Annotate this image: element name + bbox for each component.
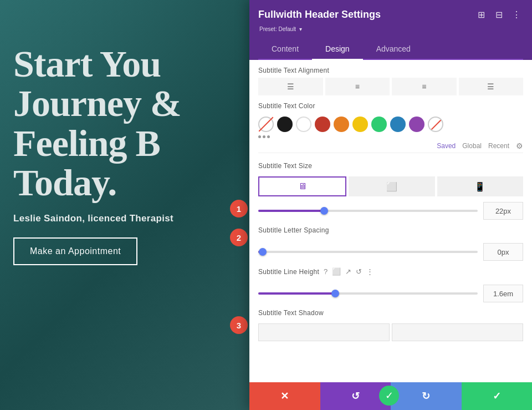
line-height-slider-track[interactable]	[258, 292, 478, 295]
bottom-circle[interactable]: ✓	[379, 386, 399, 406]
global-label[interactable]: Global	[462, 142, 482, 150]
line-height-fill	[258, 292, 335, 295]
reset-icon[interactable]: ↺	[356, 267, 362, 276]
device-tabs: 🖥 ⬜ 📱	[258, 176, 523, 196]
cta-button[interactable]: Make an Appointment	[13, 237, 137, 265]
cursor-icon[interactable]: ↗	[345, 267, 351, 276]
panel-header: Fullwidth Header Settings ⊞ ⊟ ⋮ Preset: …	[249, 0, 532, 60]
panel-title: Fullwidth Header Settings	[258, 9, 381, 21]
color-black[interactable]	[277, 117, 293, 132]
help-icon[interactable]: ?	[324, 267, 328, 276]
letter-spacing-thumb[interactable]	[259, 248, 267, 256]
color-green[interactable]	[371, 117, 387, 132]
saved-row: Saved Global Recent ⚙	[258, 141, 523, 150]
letter-spacing-slider-row: 0px	[258, 243, 523, 261]
dot-1	[258, 135, 261, 138]
color-red[interactable]	[315, 117, 330, 132]
color-purple[interactable]	[409, 117, 424, 132]
subtitle-alignment-label: Subtitle Text Alignment	[258, 60, 523, 78]
align-right[interactable]: ≡	[392, 78, 457, 95]
align-center[interactable]: ≡	[325, 78, 390, 95]
color-blue[interactable]	[390, 117, 406, 132]
device-desktop[interactable]: 🖥	[258, 176, 346, 196]
text-shadow-input-2[interactable]	[392, 323, 523, 341]
grid-icon[interactable]: ⊟	[492, 8, 505, 21]
step-3: 3	[230, 316, 248, 334]
tab-content[interactable]: Content	[258, 39, 312, 60]
color-dots	[258, 135, 523, 138]
device-mobile[interactable]: 📱	[437, 176, 523, 196]
alignment-buttons: ☰ ≡ ≡ ☰	[258, 78, 523, 95]
subtitle-letter-spacing-label: Subtitle Letter Spacing	[258, 220, 523, 237]
preset-label[interactable]: Preset: Default ▾	[258, 25, 302, 33]
text-size-slider-fill	[258, 210, 324, 212]
recent-label[interactable]: Recent	[488, 142, 509, 150]
expand-icon[interactable]: ⊞	[474, 8, 488, 21]
dot-2	[263, 135, 265, 138]
text-size-slider-track[interactable]	[258, 210, 478, 212]
preset-arrow: ▾	[299, 26, 302, 32]
letter-spacing-slider-track[interactable]	[258, 251, 478, 253]
color-swatches	[258, 117, 523, 132]
link-icon[interactable]: ⬜	[332, 267, 341, 276]
divider-1	[258, 153, 523, 153]
step-1: 1	[230, 200, 248, 217]
color-orange[interactable]	[334, 117, 349, 132]
tab-advanced[interactable]: Advanced	[363, 39, 424, 60]
line-height-thumb[interactable]	[331, 290, 339, 297]
save-button[interactable]: ✓	[462, 382, 533, 410]
color-white[interactable]	[296, 117, 311, 132]
letter-spacing-input[interactable]: 0px	[483, 243, 523, 261]
color-strikethrough[interactable]	[428, 117, 443, 132]
more-options-icon[interactable]: ⋮	[366, 267, 374, 276]
text-size-slider-thumb[interactable]	[320, 207, 328, 215]
step-2: 2	[230, 229, 248, 246]
saved-label[interactable]: Saved	[437, 142, 456, 150]
text-size-input[interactable]: 22px	[483, 202, 523, 220]
text-shadow-input-1[interactable]	[258, 323, 390, 341]
more-icon[interactable]: ⋮	[510, 8, 523, 21]
cancel-button[interactable]: ✕	[249, 382, 320, 410]
align-left[interactable]: ☰	[258, 78, 323, 95]
panel-header-icons: ⊞ ⊟ ⋮	[474, 8, 523, 21]
line-height-slider-row: 1.6em	[258, 285, 523, 302]
settings-panel: Fullwidth Header Settings ⊞ ⊟ ⋮ Preset: …	[249, 0, 532, 410]
subtitle-color-label: Subtitle Text Color	[258, 95, 523, 113]
color-yellow[interactable]	[352, 117, 368, 132]
align-justify[interactable]: ☰	[459, 78, 524, 95]
hero-title: Start YouJourney &Feeling BToday.	[13, 44, 225, 203]
hero-subtitle: Leslie Saindon, licenced Therapist	[13, 213, 225, 224]
line-height-input[interactable]: 1.6em	[483, 285, 523, 302]
line-height-label-row: Subtitle Line Height ? ⬜ ↗ ↺ ⋮	[258, 261, 523, 279]
subtitle-size-label: Subtitle Text Size	[258, 155, 523, 173]
color-transparent[interactable]	[258, 117, 274, 132]
redo-button[interactable]: ↻	[391, 382, 462, 410]
text-size-slider-row: 22px	[258, 202, 523, 220]
dot-3	[267, 135, 270, 138]
tabs: Content Design Advanced	[258, 39, 523, 60]
subtitle-line-height-label: Subtitle Line Height	[258, 268, 319, 276]
settings-gear-icon[interactable]: ⚙	[516, 141, 523, 150]
tab-design[interactable]: Design	[312, 39, 363, 60]
left-content: Start YouJourney &Feeling BToday. Leslie…	[0, 0, 238, 410]
subtitle-text-shadow-label: Subtitle Text Shadow	[258, 302, 523, 320]
panel-body: Subtitle Text Alignment ☰ ≡ ≡ ☰ Subtitle…	[249, 60, 532, 382]
device-tablet[interactable]: ⬜	[349, 176, 434, 196]
